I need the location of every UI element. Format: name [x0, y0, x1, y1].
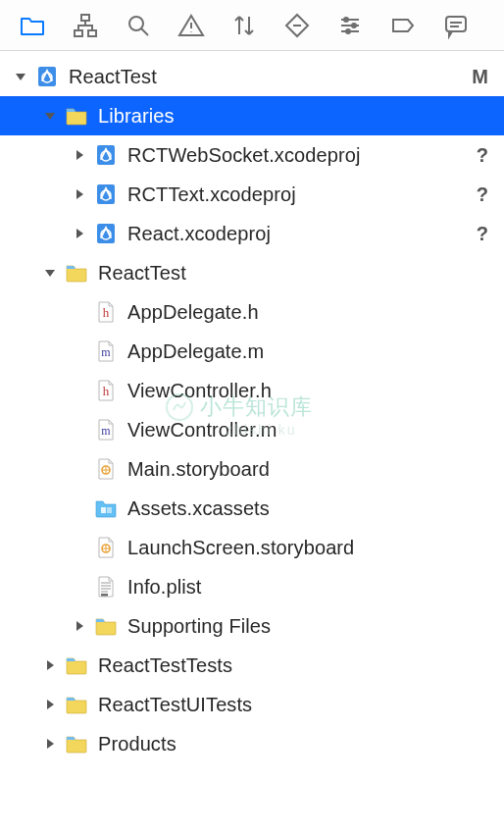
disclosure-triangle[interactable]: [71, 146, 88, 164]
toolbar-folder-button[interactable]: [6, 0, 59, 51]
tree-row[interactable]: Supporting Files: [0, 606, 504, 646]
toolbar-diamond-button[interactable]: [271, 0, 324, 51]
tree-row[interactable]: Libraries: [0, 96, 504, 135]
tree-item-label: ViewController.h: [127, 380, 272, 402]
disclosure-triangle[interactable]: [12, 68, 29, 85]
tree-row[interactable]: ReactTest: [0, 253, 504, 292]
tree-row[interactable]: Assets.xcassets: [0, 489, 504, 528]
controls-icon: [336, 12, 364, 39]
folder-icon: [65, 261, 88, 285]
disclosure-triangle: [71, 421, 88, 439]
tree-item-label: ReactTest: [69, 66, 157, 88]
tree-row[interactable]: Products: [0, 724, 504, 763]
xcassets-icon: [94, 496, 118, 520]
tree-row[interactable]: React.xcodeproj?: [0, 214, 504, 253]
tree-item-label: RCTWebSocket.xcodeproj: [127, 144, 360, 167]
search-icon: [125, 12, 152, 39]
disclosure-triangle[interactable]: [41, 735, 59, 753]
toolbar-search-button[interactable]: [112, 0, 165, 51]
tree-item-label: Main.storyboard: [127, 458, 270, 481]
tree-item-label: Info.plist: [127, 576, 201, 599]
toolbar-warning-button[interactable]: [165, 0, 218, 51]
arrows-icon: [230, 12, 258, 39]
scm-status-badge: ?: [477, 144, 488, 167]
disclosure-triangle[interactable]: [41, 656, 59, 674]
scm-status-badge: ?: [477, 183, 488, 206]
diamond-icon: [283, 12, 311, 39]
tree-item-label: AppDelegate.m: [127, 340, 264, 363]
disclosure-triangle: [71, 382, 88, 399]
tree-row[interactable]: Info.plist: [0, 567, 504, 606]
tree-row[interactable]: Main.storyboard: [0, 449, 504, 489]
hfile-icon: [94, 379, 118, 402]
folder-icon: [65, 693, 88, 716]
tree-item-label: ReactTest: [98, 262, 186, 285]
disclosure-triangle: [71, 303, 88, 321]
xcodeproj-icon: [35, 65, 59, 88]
tree-row[interactable]: ViewController.h: [0, 371, 504, 410]
disclosure-triangle[interactable]: [71, 225, 88, 242]
tree-item-label: ReactTestUITests: [98, 694, 252, 716]
tree-row[interactable]: ReactTestUITests: [0, 685, 504, 724]
tree-item-label: Libraries: [98, 105, 175, 128]
disclosure-triangle: [71, 499, 88, 517]
disclosure-triangle: [71, 342, 88, 360]
tree-row[interactable]: ReactTestM: [0, 57, 504, 96]
toolbar-tag-button[interactable]: [377, 0, 429, 51]
tree-row[interactable]: AppDelegate.m: [0, 332, 504, 371]
project-tree: ReactTestMLibrariesRCTWebSocket.xcodepro…: [0, 51, 504, 763]
xcodeproj-icon: [94, 143, 118, 167]
tree-row[interactable]: ReactTestTests: [0, 646, 504, 685]
tree-row[interactable]: ViewController.m: [0, 410, 504, 449]
folder-icon: [94, 614, 118, 638]
tree-item-label: LaunchScreen.storyboard: [127, 537, 354, 559]
tree-item-label: AppDelegate.h: [127, 301, 259, 324]
comment-icon: [442, 12, 470, 39]
folder-icon: [19, 12, 46, 39]
tree-row[interactable]: RCTWebSocket.xcodeproj?: [0, 135, 504, 175]
toolbar-arrows-button[interactable]: [218, 0, 271, 51]
toolbar-hierarchy-button[interactable]: [59, 0, 112, 51]
disclosure-triangle[interactable]: [41, 264, 59, 282]
tree-row[interactable]: LaunchScreen.storyboard: [0, 528, 504, 567]
tree-row[interactable]: RCTText.xcodeproj?: [0, 175, 504, 214]
disclosure-triangle[interactable]: [71, 617, 88, 635]
mfile-icon: [94, 418, 118, 442]
hfile-icon: [94, 300, 118, 324]
folder-icon: [65, 732, 88, 756]
disclosure-triangle: [71, 460, 88, 478]
folder-icon: [65, 104, 88, 128]
tree-item-label: Assets.xcassets: [127, 497, 270, 520]
scm-status-badge: ?: [477, 223, 488, 245]
tag-icon: [389, 12, 417, 39]
tree-item-label: React.xcodeproj: [127, 223, 271, 245]
disclosure-triangle[interactable]: [41, 107, 59, 125]
storyboard-icon: [94, 457, 118, 481]
disclosure-triangle: [71, 539, 88, 556]
storyboard-icon: [94, 536, 118, 559]
disclosure-triangle[interactable]: [41, 696, 59, 713]
disclosure-triangle[interactable]: [71, 185, 88, 203]
hierarchy-icon: [72, 12, 99, 39]
tree-item-label: Products: [98, 733, 176, 756]
toolbar-comment-button[interactable]: [429, 0, 482, 51]
xcodeproj-icon: [94, 222, 118, 245]
tree-item-label: Supporting Files: [127, 615, 271, 638]
folder-icon: [65, 653, 88, 677]
disclosure-triangle: [71, 578, 88, 596]
tree-item-label: ViewController.m: [127, 419, 277, 442]
scm-status-badge: M: [472, 66, 488, 88]
tree-item-label: ReactTestTests: [98, 654, 232, 677]
navigator-toolbar: [0, 0, 504, 51]
mfile-icon: [94, 339, 118, 363]
tree-item-label: RCTText.xcodeproj: [127, 183, 296, 206]
xcodeproj-icon: [94, 182, 118, 206]
tree-row[interactable]: AppDelegate.h: [0, 292, 504, 332]
toolbar-controls-button[interactable]: [324, 0, 377, 51]
warning-icon: [177, 12, 205, 39]
plist-icon: [94, 575, 118, 599]
